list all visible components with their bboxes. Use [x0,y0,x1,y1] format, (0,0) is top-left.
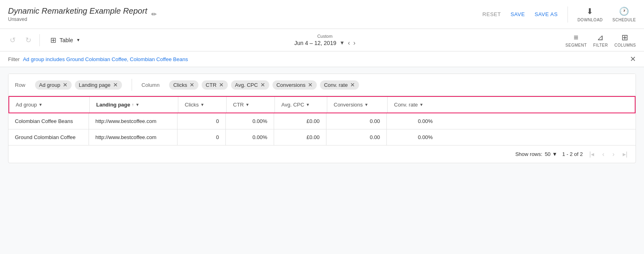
chip-ctr-label: CTR [206,82,217,88]
table-row: Colombian Coffee Beans http://www.bestco… [8,113,636,129]
filter-value[interactable]: Ad group includes Ground Colombian Coffe… [23,56,188,62]
columns-icon: ⊞ [621,33,629,42]
filter-close-button[interactable]: ✕ [630,55,636,63]
th-conversions: Conversions ▼ [327,97,388,113]
chip-conv-rate: Conv. rate ✕ [320,80,359,90]
th-conv-rate-label: Conv. rate [394,102,418,108]
chip-landing-page-remove[interactable]: ✕ [113,82,118,88]
segment-icon: ≡ [574,33,578,42]
next-page-button[interactable]: › [611,150,616,159]
schedule-button[interactable]: 🕐 SCHEDULE [613,6,636,22]
td-avg-cpc-1: £0.00 [274,113,326,129]
th-landing-page-sort-asc[interactable]: ↑ [132,102,134,107]
table-row: Ground Colombian Coffee http://www.bestc… [8,129,636,145]
date-range-row: Jun 4 – 12, 2019 ▼ ‹ › [294,39,355,47]
th-ad-group-sort[interactable]: ▼ [39,102,43,107]
th-conv-rate: Conv. rate ▼ [388,97,440,113]
th-clicks-label: Clicks [185,102,199,108]
dim-separator [132,79,132,91]
td-conv-rate-1: 0.00% [387,113,439,129]
download-button[interactable]: ⬇ DOWNLOAD [578,6,603,22]
title-block: Dynamic Remarketing Example Report Unsav… [8,6,147,22]
date-prev-button[interactable]: ‹ [348,39,350,47]
th-ctr-label: CTR [233,102,244,108]
save-button[interactable]: SAVE [510,11,525,17]
table-selector[interactable]: ⊞ Table ▼ [46,33,84,47]
row-chips: Ad group ✕ Landing page ✕ [35,80,122,90]
td-ad-group-2: Ground Colombian Coffee [8,129,89,145]
chip-clicks-remove[interactable]: ✕ [190,82,194,88]
th-avg-cpc-label: Avg. CPC [281,102,304,108]
chip-clicks: Clicks ✕ [169,80,198,90]
th-ad-group-label: Ad group [16,102,37,108]
rows-select[interactable]: 50 ▼ [545,151,557,157]
first-page-button[interactable]: |◂ [588,150,596,159]
segment-button[interactable]: ≡ SEGMENT [566,33,587,47]
date-picker[interactable]: Custom Jun 4 – 12, 2019 ▼ ‹ › [294,34,355,47]
filter-icon: ⊿ [597,33,604,42]
filter-bar: Filter Ad group includes Ground Colombia… [0,51,644,67]
table-label: Table [60,37,73,43]
th-clicks-sort[interactable]: ▼ [200,102,204,107]
th-ctr-sort[interactable]: ▼ [246,102,250,107]
chip-conversions-label: Conversions [277,82,305,88]
td-landing-page-2: http://www.bestcoffee.com [89,129,178,145]
chip-conversions-remove[interactable]: ✕ [308,82,313,88]
undo-button[interactable]: ↺ [8,34,17,46]
top-actions: RESET SAVE SAVE AS ⬇ DOWNLOAD 🕐 SCHEDULE [483,6,636,23]
chip-conv-rate-label: Conv. rate [324,82,348,88]
th-avg-cpc-sort[interactable]: ▼ [306,102,310,107]
schedule-label: SCHEDULE [613,18,636,22]
prev-page-button[interactable]: ‹ [601,150,606,159]
main-content: Row Ad group ✕ Landing page ✕ Column Cli… [0,67,644,228]
date-custom-label: Custom [317,34,332,39]
last-page-button[interactable]: ▸| [621,150,629,159]
td-ad-group-1: Colombian Coffee Beans [8,113,89,129]
columns-button[interactable]: ⊞ COLUMNS [614,33,636,47]
pagination: Show rows: 50 ▼ 1 - 2 of 2 |◂ ‹ › ▸| [8,145,636,163]
edit-icon[interactable]: ✏ [151,10,157,18]
chip-ad-group-label: Ad group [39,82,60,88]
td-conv-rate-2: 0.00% [387,129,439,145]
toolbar-divider [39,34,40,46]
th-landing-page-label: Landing page [96,102,130,108]
chip-landing-page: Landing page ✕ [75,80,122,90]
chip-conversions: Conversions ✕ [272,80,317,90]
td-conversions-2: 0.00 [326,129,387,145]
rows-count: 50 [545,151,550,157]
segment-label: SEGMENT [566,43,587,47]
rows-dropdown-arrow: ▼ [552,151,557,157]
chip-avg-cpc-remove[interactable]: ✕ [260,82,265,88]
td-avg-cpc-2: £0.00 [274,129,326,145]
th-landing-page-sort-desc[interactable]: ▼ [136,102,140,107]
toolbar-right: ≡ SEGMENT ⊿ FILTER ⊞ COLUMNS [566,33,636,47]
table-icon: ⊞ [50,36,56,45]
redo-button[interactable]: ↻ [24,34,33,46]
th-conversions-sort[interactable]: ▼ [364,102,368,107]
save-as-button[interactable]: SAVE AS [535,11,557,17]
report-title: Dynamic Remarketing Example Report [8,6,147,15]
th-conversions-label: Conversions [334,102,363,108]
filter-content: Filter Ad group includes Ground Colombia… [8,56,188,62]
chip-ctr-remove[interactable]: ✕ [219,82,224,88]
td-landing-page-1: http://www.bestcoffee.com [89,113,178,129]
filter-button[interactable]: ⊿ FILTER [593,33,608,47]
chip-ad-group-remove[interactable]: ✕ [63,82,68,88]
top-bar: Dynamic Remarketing Example Report Unsav… [0,0,644,29]
row-label: Row [15,82,25,88]
chip-avg-cpc: Avg. CPC ✕ [231,80,269,90]
toolbar: ↺ ↻ ⊞ Table ▼ Custom Jun 4 – 12, 2019 ▼ … [0,29,644,51]
columns-label: COLUMNS [614,43,636,47]
td-conversions-1: 0.00 [326,113,387,129]
title-area: Dynamic Remarketing Example Report Unsav… [8,6,157,22]
toolbar-left: ↺ ↻ ⊞ Table ▼ [8,33,84,47]
reset-button[interactable]: RESET [483,11,501,17]
filter-label: Filter [8,56,20,62]
download-label: DOWNLOAD [578,18,603,22]
column-label: Column [142,82,160,88]
chip-ad-group: Ad group ✕ [35,80,72,90]
date-next-button[interactable]: › [353,39,355,47]
th-conv-rate-sort[interactable]: ▼ [419,102,423,107]
chip-conv-rate-remove[interactable]: ✕ [350,82,355,88]
date-dropdown-arrow[interactable]: ▼ [339,40,345,46]
